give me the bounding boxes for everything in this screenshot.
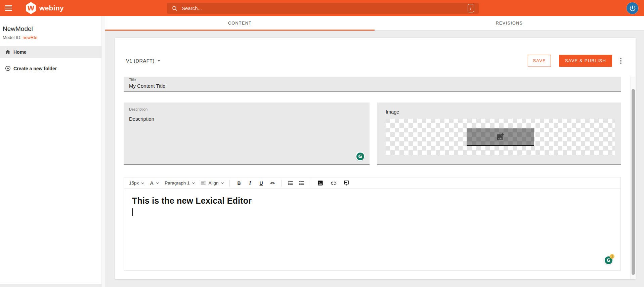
folder-tree: Home Create a new folder xyxy=(0,46,101,75)
entry-editor-card: V1 (DRAFT) SAVE SAVE & PUBLISH Title Des… xyxy=(115,38,636,279)
title-field[interactable]: Title xyxy=(124,77,621,92)
title-input[interactable] xyxy=(129,83,615,89)
model-title: NewModel xyxy=(3,25,101,33)
dropdown-caret-icon xyxy=(156,58,162,64)
field-row: Description G Image xyxy=(124,102,621,165)
typography-value: Paragraph 1 xyxy=(165,180,189,186)
quote-button[interactable] xyxy=(342,180,351,186)
underline-button[interactable]: U xyxy=(257,180,265,186)
save-publish-button[interactable]: SAVE & PUBLISH xyxy=(559,55,612,67)
bullet-list-icon xyxy=(299,180,305,186)
more-options-icon[interactable] xyxy=(616,55,626,67)
quote-bubble-icon xyxy=(343,180,350,186)
webiny-logo[interactable]: W webiny xyxy=(26,2,64,14)
align-left-icon xyxy=(201,180,206,186)
model-id: Model ID: newRte xyxy=(3,35,101,40)
header-actions: SAVE SAVE & PUBLISH xyxy=(528,55,626,67)
search-icon xyxy=(172,5,178,11)
numbered-list-button[interactable] xyxy=(286,180,295,186)
align-dropdown[interactable]: Align xyxy=(201,180,225,186)
grammarly-icon[interactable]: G 1 xyxy=(604,255,613,265)
sidebar-scrollbar-track[interactable] xyxy=(101,16,105,287)
webiny-wordmark: webiny xyxy=(39,4,64,12)
grammarly-alert-badge: 1 xyxy=(610,254,614,259)
rte-heading-text: This is the new Lexical Editor xyxy=(132,196,612,206)
image-transparency-area xyxy=(386,119,615,155)
description-field[interactable]: Description G xyxy=(124,102,370,165)
sidebar-item-label: Home xyxy=(13,49,27,55)
add-image-icon xyxy=(496,132,505,141)
chevron-down-icon xyxy=(191,181,196,186)
model-id-value[interactable]: newRte xyxy=(23,35,37,40)
text-caret xyxy=(132,208,133,216)
title-field-label: Title xyxy=(129,78,615,82)
numbered-list-icon xyxy=(288,180,294,186)
hamburger-menu-icon[interactable] xyxy=(1,0,16,16)
image-upload-dropzone[interactable] xyxy=(467,128,534,146)
rte-toolbar: 15px A Paragraph 1 Align xyxy=(124,177,620,189)
toolbar-divider xyxy=(281,180,282,187)
toolbar-divider xyxy=(311,180,311,187)
chevron-down-icon xyxy=(140,181,145,186)
grammarly-icon[interactable]: G xyxy=(355,152,365,161)
description-textarea[interactable] xyxy=(129,116,364,156)
image-field-label: Image xyxy=(386,109,615,115)
entry-tabs: CONTENT REVISIONS xyxy=(105,16,644,31)
add-circle-icon xyxy=(3,66,12,71)
global-search[interactable]: / xyxy=(167,3,479,14)
lexical-editor: 15px A Paragraph 1 Align xyxy=(124,177,621,271)
code-button[interactable]: <> xyxy=(268,180,276,186)
search-input[interactable] xyxy=(182,5,468,11)
tab-revisions[interactable]: REVISIONS xyxy=(375,16,644,30)
webiny-hexagon-icon: W xyxy=(26,2,36,14)
align-label: Align xyxy=(208,180,218,186)
chevron-down-icon xyxy=(220,181,225,186)
entry-form: Title Description G Image xyxy=(115,77,636,271)
top-app-bar: W webiny / xyxy=(0,0,644,16)
typography-dropdown[interactable]: Paragraph 1 xyxy=(165,180,196,186)
chevron-down-icon xyxy=(155,181,160,186)
sidebar-item-home[interactable]: Home xyxy=(0,46,101,58)
italic-button[interactable]: I xyxy=(246,180,254,186)
toolbar-divider xyxy=(229,180,230,187)
image-field: Image xyxy=(377,102,621,165)
description-field-label: Description xyxy=(129,107,364,111)
bullet-list-button[interactable] xyxy=(297,180,306,186)
save-button[interactable]: SAVE xyxy=(528,55,551,67)
font-size-dropdown[interactable]: 15px xyxy=(129,180,145,186)
font-color-dropdown[interactable]: A xyxy=(150,180,160,186)
active-tab-indicator xyxy=(105,30,375,31)
main-content: CONTENT REVISIONS V1 (DRAFT) SAVE SAVE &… xyxy=(105,16,644,287)
insert-link-button[interactable] xyxy=(329,180,338,187)
entry-header: V1 (DRAFT) SAVE SAVE & PUBLISH xyxy=(115,38,636,77)
form-scrollbar-track[interactable] xyxy=(630,77,635,279)
image-icon xyxy=(317,180,324,186)
search-shortcut-key: / xyxy=(468,4,474,12)
sidebar: NewModel Model ID: newRte Home Create a … xyxy=(0,16,101,284)
link-icon xyxy=(330,180,337,187)
font-color-glyph: A xyxy=(150,180,154,186)
model-id-label: Model ID: xyxy=(3,35,22,40)
bold-button[interactable]: B xyxy=(234,180,243,186)
sidebar-item-label: Create a new folder xyxy=(13,66,57,71)
insert-image-button[interactable] xyxy=(316,180,325,186)
home-icon xyxy=(3,49,12,55)
user-avatar[interactable] xyxy=(627,2,638,14)
rte-content-area[interactable]: This is the new Lexical Editor G 1 xyxy=(124,189,620,270)
power-icon xyxy=(629,5,636,12)
revision-label: V1 (DRAFT) xyxy=(126,58,155,64)
revision-selector[interactable]: V1 (DRAFT) xyxy=(126,58,162,64)
form-scrollbar-thumb[interactable] xyxy=(632,89,635,275)
tab-content[interactable]: CONTENT xyxy=(105,16,375,30)
sidebar-item-create-folder[interactable]: Create a new folder xyxy=(0,62,101,75)
font-size-value: 15px xyxy=(129,180,139,186)
